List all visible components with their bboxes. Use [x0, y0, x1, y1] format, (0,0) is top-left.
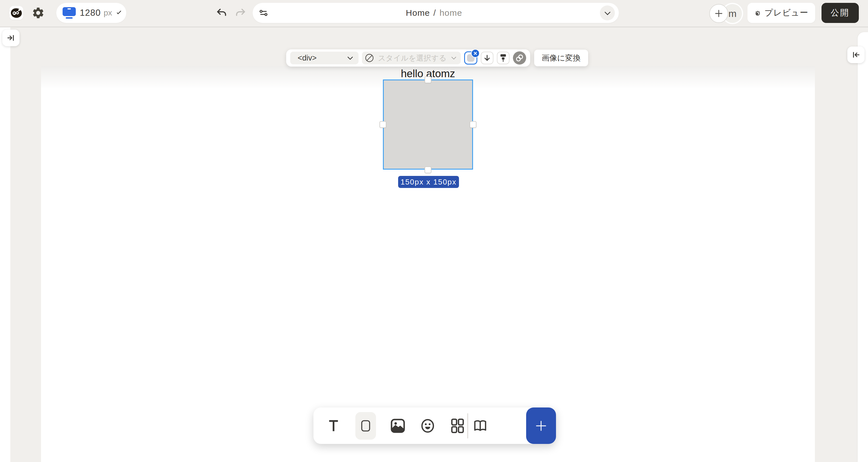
add-member-button[interactable]	[709, 4, 728, 23]
no-style-icon	[364, 53, 375, 63]
page-selector[interactable]: Home / home	[253, 3, 619, 23]
chevron-down-icon	[117, 10, 121, 14]
emoji-tool-button[interactable]	[420, 418, 436, 434]
pin-position-button[interactable]	[497, 52, 509, 64]
breadcrumb-slug: home	[439, 8, 462, 18]
expand-right-icon	[7, 34, 15, 42]
page-dropdown-button[interactable]	[600, 5, 615, 20]
eye-icon	[754, 7, 761, 19]
convert-to-image-label: 画像に変換	[541, 53, 581, 63]
breadcrumb-page: Home	[406, 8, 430, 18]
tag-dropdown[interactable]: <div>	[290, 52, 359, 64]
arrow-down-icon	[483, 54, 491, 62]
fill-style-chip[interactable]	[464, 51, 477, 65]
right-panel-rail	[858, 32, 868, 462]
top-bar: 1280 px Home / home	[0, 0, 868, 27]
box-tool-button[interactable]	[355, 412, 376, 440]
publish-button[interactable]: 公開	[822, 3, 859, 23]
size-badge: 150px x 150px	[398, 176, 459, 188]
pin-icon	[499, 54, 507, 62]
expand-right-panel-button[interactable]	[847, 47, 865, 63]
style-placeholder: スタイルを選択する	[378, 53, 448, 63]
app-logo-button[interactable]	[9, 6, 23, 20]
undo-button[interactable]	[215, 7, 228, 20]
resize-handle-left[interactable]	[379, 121, 386, 128]
text-tool-button[interactable]	[326, 418, 342, 434]
breadcrumb: Home / home	[268, 8, 600, 18]
element-toolbar-main: <div> スタイルを選択する	[286, 49, 530, 67]
breadcrumb-separator: /	[433, 8, 436, 18]
book-icon	[472, 419, 488, 433]
add-element-button[interactable]	[526, 407, 556, 444]
selected-div-element[interactable]	[383, 80, 473, 170]
mascot-logo-icon	[11, 8, 22, 18]
expand-left-icon	[851, 51, 860, 59]
editor-window: 1280 px Home / home	[0, 0, 868, 462]
plus-icon	[714, 9, 723, 18]
plus-icon	[534, 419, 548, 433]
left-panel-rail	[0, 27, 10, 462]
resize-handle-bottom[interactable]	[425, 166, 431, 173]
settings-button[interactable]	[31, 6, 45, 20]
avatar-letter: m	[728, 8, 737, 19]
preview-label: プレビュー	[764, 7, 808, 19]
link-icon	[515, 53, 524, 63]
close-icon	[473, 51, 477, 55]
resize-handle-right[interactable]	[470, 121, 476, 128]
chevron-down-icon	[347, 54, 353, 60]
remove-style-button[interactable]	[471, 49, 479, 58]
preview-button[interactable]: プレビュー	[747, 3, 815, 23]
device-width-unit: px	[104, 8, 112, 18]
layout-grid-icon	[450, 418, 465, 434]
image-tool-icon	[390, 418, 406, 434]
image-tool-button[interactable]	[390, 418, 406, 434]
design-canvas[interactable]: hello atomz 150px x 150px	[41, 66, 815, 462]
page-settings-icon	[259, 9, 268, 17]
gear-icon	[32, 6, 45, 20]
link-button[interactable]	[513, 51, 526, 65]
resize-handle-top[interactable]	[425, 76, 431, 83]
move-down-button[interactable]	[481, 52, 493, 64]
chevron-down-icon	[452, 55, 456, 60]
undo-icon	[216, 7, 227, 19]
box-tool-icon	[361, 420, 371, 432]
device-width-value: 1280	[80, 8, 101, 18]
redo-icon	[235, 7, 246, 19]
element-toolbar: <div> スタイルを選択する	[286, 49, 588, 67]
publish-label: 公開	[831, 7, 849, 19]
tag-label: <div>	[298, 54, 317, 63]
emoji-tool-icon	[420, 418, 435, 434]
convert-to-image-button[interactable]: 画像に変換	[534, 50, 588, 66]
layout-grid-tool-button[interactable]	[450, 418, 466, 434]
insert-toolbar	[313, 407, 556, 444]
style-selector[interactable]: スタイルを選択する	[362, 52, 461, 64]
expand-left-panel-button[interactable]	[2, 30, 20, 46]
chevron-down-icon	[604, 9, 610, 15]
desktop-device-icon	[63, 7, 76, 19]
text-tool-icon	[327, 419, 340, 433]
toolbar-divider	[467, 413, 468, 438]
templates-tool-button[interactable]	[472, 418, 488, 434]
redo-button[interactable]	[234, 7, 247, 20]
device-width-selector[interactable]: 1280 px	[56, 3, 126, 23]
